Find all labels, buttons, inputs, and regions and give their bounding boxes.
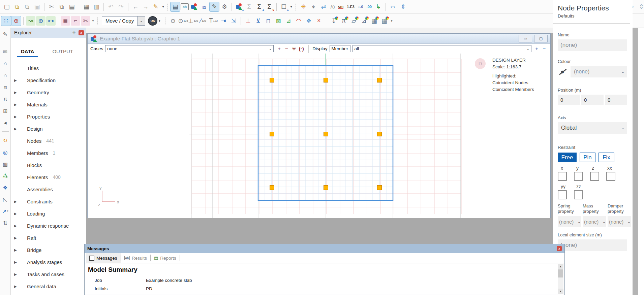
print-icon[interactable]: ▦	[82, 2, 91, 11]
expand-arrow-icon[interactable]: ▶	[14, 127, 19, 131]
restore-button[interactable]: ▭	[519, 35, 532, 42]
dof-y-checkbox[interactable]	[574, 172, 583, 181]
building-icon[interactable]: ⌂	[1, 72, 9, 79]
column-node[interactable]	[377, 186, 382, 190]
tab-results[interactable]: ab Results	[121, 253, 151, 263]
tree-item-specification[interactable]: ▶Specification	[11, 74, 86, 86]
expand-arrow-icon[interactable]: ▶	[14, 200, 19, 203]
expand-arrow-icon[interactable]: ▶	[14, 91, 19, 94]
scrollbar-thumb[interactable]	[558, 269, 563, 277]
add-filter-button[interactable]: +	[533, 46, 540, 52]
add-element-tool-icon[interactable]: ⊶	[46, 16, 56, 26]
fit-height-icon[interactable]: ⇕	[398, 2, 408, 11]
expand-arrow-icon[interactable]: ▶	[14, 285, 19, 288]
tree-item-blocks[interactable]: Blocks	[11, 159, 86, 171]
expand-arrow-icon[interactable]: ▶	[14, 224, 19, 228]
expand-arrow-icon[interactable]: ▶	[14, 248, 19, 252]
undo-icon[interactable]: ↶	[106, 2, 116, 11]
expand-cases-button[interactable]: ✳	[290, 46, 297, 52]
rotate-2d-icon[interactable]: ↗2	[1, 207, 9, 215]
column-node[interactable]	[377, 132, 382, 136]
grid-window-icon[interactable]: ⊞	[1, 107, 9, 114]
tree-item-design[interactable]: ▶Design	[11, 123, 86, 135]
expand-arrow-icon[interactable]: ▶	[14, 236, 19, 240]
colour-select[interactable]: (none)⌄	[571, 66, 627, 77]
sculpt-pencil-icon[interactable]: ✎	[1, 30, 9, 38]
sculpt-more-caret-icon[interactable]: ▾	[91, 16, 95, 26]
remove-filter-button[interactable]: −	[541, 46, 548, 52]
support-add-icon[interactable]: ⊥	[243, 16, 253, 26]
display-select[interactable]: Member⌄	[330, 45, 350, 52]
spring-property-select[interactable]: (none)⌄	[558, 216, 581, 227]
element-numbers-icon[interactable]: ∕123	[198, 16, 208, 26]
expand-arrow-icon[interactable]: ▶	[14, 115, 19, 119]
damper-property-select[interactable]: (none)⌄	[608, 216, 631, 227]
expand-arrow-icon[interactable]: ▶	[14, 212, 19, 216]
tree-item-bridge[interactable]: ▶Bridge	[11, 244, 86, 256]
tree-item-general-data[interactable]: ▶General data	[11, 280, 86, 292]
add-case-button[interactable]: +	[276, 46, 282, 52]
sculpt-tool-icon[interactable]: ✎	[210, 2, 219, 11]
home-icon[interactable]: ⌂	[1, 60, 9, 67]
package-icon[interactable]: ⧈	[1, 84, 9, 91]
tree-item-constraints[interactable]: ▶Constraints	[11, 195, 86, 207]
function-icon[interactable]: ƒ()	[329, 2, 336, 11]
load-beam-icon[interactable]: π	[339, 16, 348, 26]
column-node[interactable]	[324, 186, 328, 190]
restraint-fix-button[interactable]: Fix	[599, 153, 614, 162]
position-y-field[interactable]: 0	[581, 95, 604, 105]
sum-remove-icon[interactable]: Σ×	[265, 2, 274, 11]
local-element-size-field[interactable]: (none)	[558, 239, 627, 251]
pin-icon[interactable]: ✛	[72, 30, 76, 35]
model-svg[interactable]: yzx	[88, 54, 550, 218]
tree-item-tasks-and-cases[interactable]: ▶Tasks and cases	[11, 268, 86, 280]
model-canvas[interactable]: yzx D DESIGN LAYER Scale: 1:163.7 Highli…	[88, 54, 550, 218]
expand-arrow-icon[interactable]: ▶	[14, 272, 19, 276]
restraint-free-button[interactable]: Free	[558, 153, 577, 162]
load-down-icon[interactable]: ↧	[329, 16, 338, 26]
support-slope-icon[interactable]: ⊿	[284, 16, 293, 26]
output-view-icon[interactable]: ab	[181, 3, 189, 10]
text-numbers-icon[interactable]: T123	[209, 16, 218, 26]
tab-reports[interactable]: ▤ Reports	[151, 253, 180, 263]
column-node[interactable]	[270, 78, 274, 83]
mesh-caret-icon[interactable]: ▾	[390, 16, 394, 26]
position-z-field[interactable]: 0	[605, 95, 627, 105]
column-node[interactable]	[324, 78, 328, 83]
tree-item-geometry[interactable]: ▶Geometry	[11, 86, 86, 98]
format-painter-icon[interactable]: ✎	[151, 2, 160, 11]
split-tool-icon[interactable]: ✂	[81, 16, 90, 26]
support-release-icon[interactable]: ⊠	[274, 16, 283, 26]
tree-item-nodes[interactable]: Nodes441	[11, 135, 86, 147]
align-icon[interactable]: ⇥	[219, 16, 228, 26]
tree-item-analysis-stages[interactable]: ▶Analysis stages	[11, 256, 86, 268]
messages-titlebar[interactable]: Messages x	[85, 244, 564, 253]
dof-z-checkbox[interactable]	[590, 172, 599, 181]
paste-icon[interactable]: ▤	[67, 2, 76, 11]
ruler-icon[interactable]: ◺	[1, 196, 9, 203]
axis-triad-icon[interactable]: ↳	[374, 2, 383, 11]
restraint-pin-button[interactable]: Pin	[580, 153, 595, 162]
increase-decimals-icon[interactable]: +.0	[357, 2, 365, 11]
arc-tool-icon[interactable]: ↝	[26, 16, 35, 26]
name-field[interactable]: (none)	[558, 39, 627, 51]
column-node[interactable]	[270, 132, 274, 136]
rotate-tool-icon[interactable]: ↻	[1, 137, 9, 144]
node-numbers-icon[interactable]: ⊙123	[178, 16, 188, 26]
axis-select[interactable]: Global⌄	[558, 122, 627, 134]
column-node[interactable]	[270, 186, 274, 190]
fit-width-icon[interactable]: ⇿	[388, 2, 398, 11]
mail-icon[interactable]: ✉	[1, 48, 9, 56]
cases-select[interactable]: none⌄	[105, 45, 274, 52]
expand-arrow-icon[interactable]: ▶	[14, 78, 19, 82]
ok-button[interactable]: OK	[148, 16, 157, 26]
animate-cases-button[interactable]: (·)	[298, 46, 305, 52]
tree-item-assemblies[interactable]: Assemblies	[11, 183, 86, 195]
wizard-icon[interactable]: ✳	[299, 2, 308, 11]
sum-icon[interactable]: Σ	[244, 2, 254, 11]
forward-icon[interactable]: →	[141, 2, 150, 11]
redo-icon[interactable]: ↷	[116, 2, 126, 11]
scroll-up-icon[interactable]: ▲	[558, 264, 563, 269]
dof-yy-checkbox[interactable]	[558, 190, 567, 199]
tree-item-members[interactable]: Members1	[11, 147, 86, 159]
